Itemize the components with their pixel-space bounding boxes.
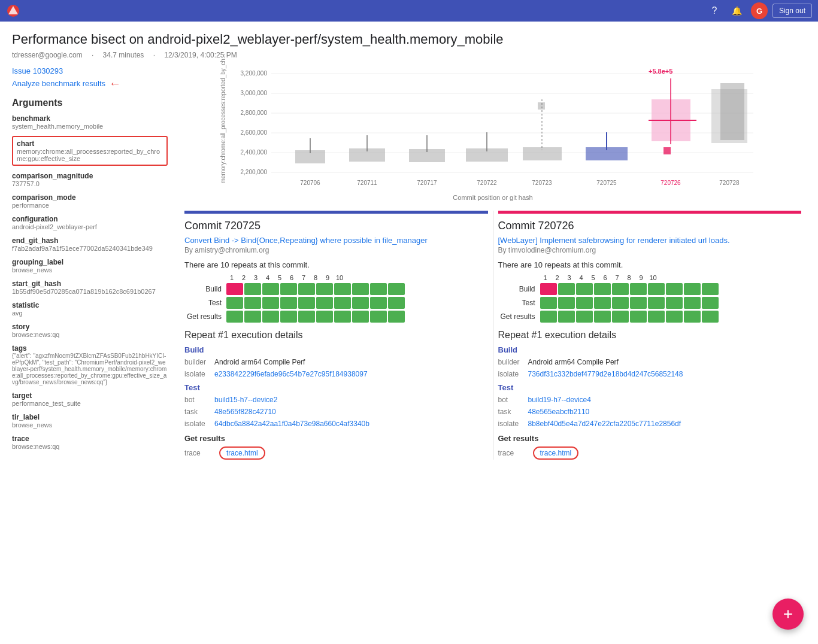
repeat-cell: [334, 311, 351, 323]
repeat-cell: [334, 283, 351, 295]
repeat-cell: [262, 311, 279, 323]
arg-value: {"alert": "agxzfmNocm9tZXBlcmZFAsSB0Fub2…: [12, 353, 168, 385]
repeat-number: 10: [648, 274, 659, 281]
repeat-number: 2: [238, 274, 249, 281]
analyze-link[interactable]: Analyze benchmark results: [12, 79, 105, 88]
commit-left-builder-row: builder Android arm64 Compile Perf: [184, 358, 488, 366]
commit-left-isolate[interactable]: e233842229f6efade96c54b7e27c95f184938097: [214, 370, 368, 378]
commit-right-task[interactable]: 48e565eabcfb2110: [528, 408, 590, 416]
arg-item-grouping_label: grouping_label browse_news: [12, 258, 168, 274]
arg-key: grouping_label: [12, 258, 168, 266]
repeat-number: 8: [310, 274, 321, 281]
repeat-cell: [226, 311, 243, 323]
arg-key: benchmark: [12, 114, 168, 123]
user-email: tdresser@google.com: [12, 51, 83, 59]
repeat-cell: [576, 297, 593, 309]
svg-rect-30: [664, 147, 671, 154]
repeat-row-label: Get results: [498, 312, 540, 321]
repeat-cell: [702, 283, 719, 295]
arg-value: browse:news:qq: [12, 443, 168, 450]
builder-label-right: builder: [498, 358, 528, 366]
repeat-cell: [370, 297, 387, 309]
commit-right-repeats: There are 10 repeats at this commit.: [498, 260, 802, 269]
repeat-cell: [684, 297, 701, 309]
repeat-row-test: Test: [184, 297, 488, 309]
commit-left-by: By amistry@chromium.org: [184, 246, 488, 254]
commit-left-trace-link[interactable]: trace.html: [219, 446, 265, 460]
repeat-cell: [648, 297, 665, 309]
repeat-cell: [612, 283, 629, 295]
commit-left-isolate-row: isolate e233842229f6efade96c54b7e27c95f1…: [184, 370, 488, 378]
repeat-cell: [388, 311, 405, 323]
repeat-cell: [244, 311, 261, 323]
repeat-cell: [630, 311, 647, 323]
sign-out-button[interactable]: Sign out: [772, 4, 812, 18]
commit-right-builder-row: builder Android arm64 Compile Perf: [498, 358, 802, 366]
commit-left-bot[interactable]: build15-h7--device2: [214, 396, 277, 404]
arguments-list: benchmark system_health.memory_mobile ch…: [12, 114, 168, 450]
repeat-cell: [612, 311, 629, 323]
arg-value: browse:news:qq: [12, 331, 168, 338]
arg-key: target: [12, 391, 168, 400]
repeat-cell: [702, 297, 719, 309]
svg-text:3,200,000: 3,200,000: [241, 70, 268, 77]
repeat-cell: [540, 283, 557, 295]
help-icon: ?: [712, 5, 717, 16]
commit-right-bot[interactable]: build19-h7--device4: [528, 396, 591, 404]
arg-item-configuration: configuration android-pixel2_weblayer-pe…: [12, 215, 168, 230]
repeat-cell: [594, 283, 611, 295]
svg-text:720706: 720706: [300, 180, 320, 186]
bot-label-right: bot: [498, 396, 528, 404]
commit-left-build-title: Build: [184, 345, 488, 354]
repeat-number: 6: [600, 274, 611, 281]
arg-item-target: target performance_test_suite: [12, 391, 168, 407]
nav-left: [6, 4, 20, 18]
arg-item-comparison_magnitude: comparison_magnitude 737757.0: [12, 172, 168, 187]
arg-item-tags: tags {"alert": "agxzfmNocm9tZXBlcmZFAsSB…: [12, 344, 168, 385]
repeat-number: 7: [612, 274, 623, 281]
commit-left-test-isolate[interactable]: 64dbc6a8842a42aa1f0a4b73e98a660c4af3340b: [214, 420, 369, 428]
svg-text:2,400,000: 2,400,000: [241, 149, 268, 156]
repeat-cell: [316, 297, 333, 309]
repeat-row-build: Build: [184, 283, 488, 295]
commit-left-task[interactable]: 48e565f828c42710: [214, 408, 276, 416]
commit-columns: Commit 720725 Convert Bind -> Bind{Once,…: [180, 211, 806, 460]
commit-right-build-title: Build: [498, 345, 802, 354]
commit-right-trace-link[interactable]: trace.html: [533, 446, 579, 460]
commit-left-desc[interactable]: Convert Bind -> Bind{Once,Repeating} whe…: [184, 236, 488, 245]
repeat-cell: [262, 283, 279, 295]
repeat-number: 8: [624, 274, 635, 281]
task-label-right: task: [498, 408, 528, 416]
arg-key: story: [12, 323, 168, 331]
commit-right-test-isolate[interactable]: 8b8ebf40d5e4a7d247e22cfa2205c7711e2856df: [528, 420, 681, 428]
repeat-numbers-row: 12345678910: [184, 274, 488, 281]
isolate-label-left: isolate: [184, 420, 214, 428]
commit-right-builder: Android arm64 Compile Perf: [528, 358, 619, 366]
repeat-row-label: Get results: [184, 312, 226, 321]
chart-container: memory:chrome:all_processes:reported_by_…: [180, 66, 806, 201]
trace-label-right: trace: [498, 449, 528, 457]
svg-text:720711: 720711: [357, 180, 377, 186]
help-button[interactable]: ?: [705, 2, 723, 20]
repeat-cell: [298, 311, 315, 323]
repeat-row-label: Test: [184, 299, 226, 307]
svg-text:720728: 720728: [719, 180, 740, 186]
repeat-cell: [630, 297, 647, 309]
commit-right-isolate[interactable]: 736df31c332bdef4779d2e18bd4d247c56852148: [528, 370, 683, 378]
commit-right-test-title: Test: [498, 383, 802, 392]
repeat-cell: [594, 297, 611, 309]
arg-value: browse_news: [12, 421, 168, 429]
commit-right-by: By timvolodine@chromium.org: [498, 246, 802, 254]
commit-right-desc[interactable]: [WebLayer] Implement safebrowsing for re…: [498, 236, 802, 245]
svg-text:3,000,000: 3,000,000: [241, 90, 268, 96]
notifications-button[interactable]: 🔔: [728, 2, 746, 20]
arg-item-chart: chart memory:chrome:all_processes:report…: [12, 136, 168, 166]
commit-right-isolate-row: isolate 736df31c332bdef4779d2e18bd4d247c…: [498, 370, 802, 378]
repeat-cell: [558, 311, 575, 323]
arg-value: performance_test_suite: [12, 400, 168, 407]
isolate-label-right: isolate: [498, 370, 528, 378]
arg-key: end_git_hash: [12, 236, 168, 245]
commit-left-test-isolate-row: isolate 64dbc6a8842a42aa1f0a4b73e98a660c…: [184, 420, 488, 428]
issue-link[interactable]: Issue 1030293: [12, 66, 63, 75]
repeat-cell: [612, 297, 629, 309]
